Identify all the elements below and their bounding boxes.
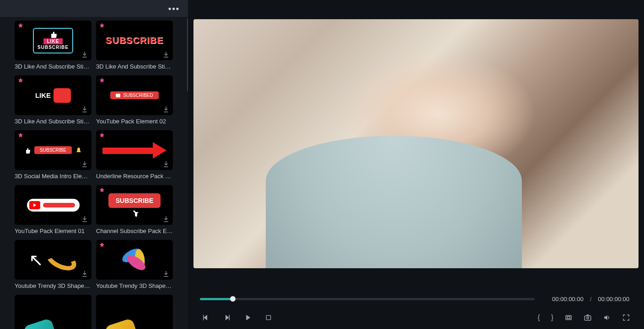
asset-card[interactable]: Youtube Trendy 3D Shapes P... [96,240,173,292]
asset-thumbnail[interactable] [15,185,91,225]
asset-label: Youtube Trendy 3D Shapes P... [15,282,91,292]
video-frame[interactable] [193,19,639,268]
asset-thumbnail[interactable]: SUBSCRIBE [15,130,91,170]
premium-icon [17,22,24,29]
progress-fill [200,298,233,300]
snapshot-button[interactable] [584,313,592,322]
asset-sidebar: ••• LIKE SUBSCRIBE 3D Like And Subscribe… [0,0,188,329]
premium-icon [17,132,24,138]
svg-rect-2 [567,317,570,319]
volume-button[interactable] [603,313,611,322]
asset-card[interactable] [15,295,91,329]
download-button[interactable] [80,50,89,58]
download-button[interactable] [162,160,170,168]
thumb-graphic: LIKE [35,88,71,103]
premium-icon [17,77,24,84]
progress-handle[interactable] [230,296,236,302]
sidebar-scrollbar[interactable] [187,18,188,91]
thumb-graphic [121,247,148,273]
asset-card[interactable]: SUBSCRIBE Channel Subscribe Pack Ele... [96,185,173,237]
premium-icon [99,132,105,138]
asset-label: Underline Resource Pack Ele... [96,173,173,182]
thumb-graphic: ↖ [29,251,77,269]
asset-thumbnail[interactable]: SUBSCRIBED [96,75,173,115]
asset-thumbnail[interactable]: SUBSCRIBE [96,21,173,60]
thumb-graphic: SUBSCRIBE [106,35,164,46]
asset-label: YouTube Pack Element 02 [96,118,173,127]
time-total: 00:00:00:00 [595,296,632,302]
download-button[interactable] [80,270,89,278]
asset-card[interactable]: ↖ Youtube Trendy 3D Shapes P... [15,240,91,292]
crop-button[interactable] [564,313,573,322]
asset-label: 3D Like And Subscribe Stick... [15,118,91,127]
asset-label: Channel Subscribe Pack Ele... [96,228,173,237]
thumb-graphic: SUBSCRIBED [110,91,158,99]
prev-frame-button[interactable] [202,313,210,322]
asset-card[interactable]: SUBSCRIBED YouTube Pack Element 02 [96,75,173,127]
asset-card[interactable]: SUBSCRIBE 3D Social Media Intro Elem... [15,130,91,182]
svg-rect-0 [266,315,270,319]
asset-label: 3D Social Media Intro Elem... [15,173,91,182]
asset-thumbnail[interactable] [96,240,173,280]
thumb-graphic: SUBSCRIBE [108,193,161,217]
asset-card[interactable]: SUBSCRIBE 3D Like And Subscribe Stick... [96,21,173,73]
svg-rect-1 [566,316,571,320]
asset-label: 3D Like And Subscribe Stick... [15,63,91,73]
playback-timeline-row: 00:00:00:00 / 00:00:00:00 [193,287,639,311]
mark-out-button[interactable]: } [551,313,553,322]
asset-card[interactable]: Underline Resource Pack Ele... [96,130,173,182]
asset-label: YouTube Pack Element 01 [15,228,91,237]
asset-grid: LIKE SUBSCRIBE 3D Like And Subscribe Sti… [0,17,188,329]
download-button[interactable] [162,50,170,58]
sidebar-header: ••• [0,0,188,17]
thumb-graphic: SUBSCRIBE [24,146,82,154]
asset-thumbnail[interactable]: ↖ [15,240,91,280]
time-current: 00:00:00:00 [549,296,586,302]
premium-icon [99,242,105,248]
asset-card[interactable]: YouTube Pack Element 01 [15,185,91,237]
svg-rect-3 [585,316,591,320]
progress-slider[interactable] [200,298,535,300]
stop-button[interactable] [265,314,272,321]
premium-icon [99,77,105,84]
transport-controls: { } [193,311,639,329]
asset-thumbnail[interactable] [96,295,173,329]
download-button[interactable] [162,270,170,278]
thumb-graphic [27,199,80,212]
asset-thumbnail[interactable]: LIKE SUBSCRIBE [15,21,91,60]
asset-thumbnail[interactable]: SUBSCRIBE [96,185,173,225]
thumb-graphic [23,318,60,329]
video-preview-area [193,19,639,287]
download-button[interactable] [80,160,89,168]
download-button[interactable] [162,105,170,113]
preview-panel: 00:00:00:00 / 00:00:00:00 { } [188,0,644,329]
asset-card[interactable] [96,295,173,329]
play-button[interactable] [244,313,252,322]
thumb-graphic: LIKE SUBSCRIBE [33,28,73,53]
thumb-graphic [102,145,166,156]
time-separator: / [586,296,596,302]
asset-label: 3D Like And Subscribe Stick... [96,63,173,73]
thumb-graphic [104,318,141,329]
premium-icon [99,187,105,193]
svg-point-4 [587,317,589,319]
asset-thumbnail[interactable] [96,130,173,170]
premium-icon [99,22,105,29]
more-menu-button[interactable]: ••• [168,5,180,13]
fullscreen-button[interactable] [622,313,630,322]
mark-in-button[interactable]: { [537,313,540,322]
download-button[interactable] [162,215,170,223]
asset-card[interactable]: LIKE 3D Like And Subscribe Stick... [15,75,91,127]
download-button[interactable] [80,215,89,223]
next-frame-button[interactable] [223,313,231,322]
asset-thumbnail[interactable]: LIKE [15,75,91,115]
download-button[interactable] [80,105,89,113]
asset-thumbnail[interactable] [15,295,91,329]
asset-label: Youtube Trendy 3D Shapes P... [96,282,173,292]
asset-card[interactable]: LIKE SUBSCRIBE 3D Like And Subscribe Sti… [15,21,91,73]
